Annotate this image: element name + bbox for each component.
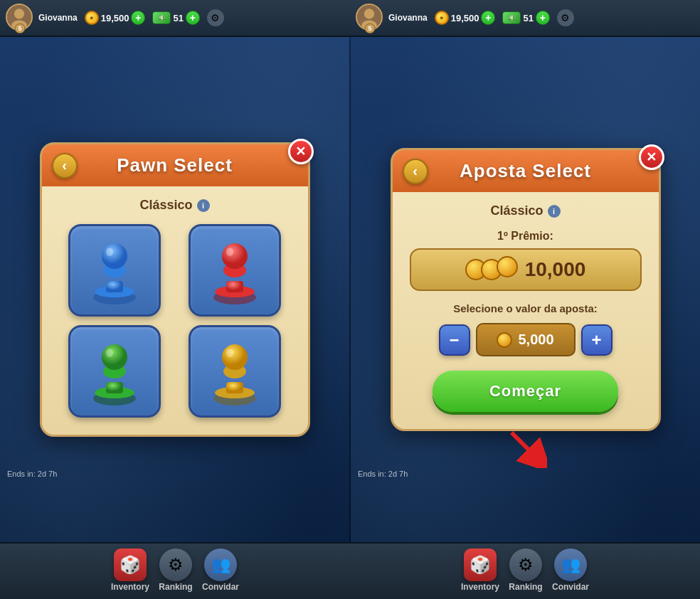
level-badge-left: 5 xyxy=(14,23,25,33)
dice-visual-right: 🎲 xyxy=(464,548,497,581)
left-bottom-bar: 🎲 Inventory ⚙ Ranking 👥 Convidar xyxy=(0,544,350,599)
aposta-info-icon[interactable]: i xyxy=(548,205,561,218)
coin-group-left: ● 19,500 + xyxy=(85,11,146,25)
cash-group-right: 💵 51 + xyxy=(502,11,549,25)
dice-icon-right: 🎲 xyxy=(462,551,498,579)
pawn-select-header: ‹ Pawn Select ✕ xyxy=(42,144,308,186)
convidar-button-left[interactable]: 👥 Convidar xyxy=(202,551,239,592)
convidar-button-right[interactable]: 👥 Convidar xyxy=(552,551,589,592)
gear-visual-left: ⚙ xyxy=(159,548,192,581)
svg-rect-8 xyxy=(106,281,123,292)
ends-badge-left: Ends in: 2d 7h xyxy=(7,470,57,478)
svg-point-22 xyxy=(102,344,127,370)
arrow-indicator xyxy=(504,425,547,471)
svg-rect-26 xyxy=(226,382,243,393)
bet-label: Selecione o valor da aposta: xyxy=(410,302,642,314)
cash-value-left: 51 xyxy=(173,13,183,23)
pawn-select-body: Clássico i xyxy=(42,186,308,435)
prize-box: 10,000 xyxy=(410,248,642,291)
svg-point-23 xyxy=(106,349,113,357)
right-bottom-bar: 🎲 Inventory ⚙ Ranking 👥 Convidar xyxy=(350,544,700,599)
invite-visual-right: 👥 xyxy=(554,548,587,581)
settings-icon-right[interactable]: ⚙ xyxy=(557,9,574,26)
ranking-button-right[interactable]: ⚙ Ranking xyxy=(508,551,543,592)
convidar-label-right: Convidar xyxy=(552,582,589,592)
bet-plus-button[interactable]: + xyxy=(581,324,612,356)
svg-point-17 xyxy=(226,248,233,256)
cash-icon-left: 💵 xyxy=(152,11,171,24)
ranking-label-right: Ranking xyxy=(509,582,542,592)
ranking-label-left: Ranking xyxy=(159,582,192,592)
aposta-close-button[interactable]: ✕ xyxy=(639,144,664,170)
gear-btn-icon-left: ⚙ xyxy=(158,551,193,579)
aposta-section-label: Clássico i xyxy=(410,203,642,218)
gear-btn-icon-right: ⚙ xyxy=(508,551,543,579)
svg-point-28 xyxy=(222,344,248,370)
bet-value-display: 5,000 xyxy=(518,332,553,348)
inventory-label-right: Inventory xyxy=(461,582,499,592)
aposta-select-dialog: ‹ Aposta Select ✕ Clássico i 1º Prêmio: … xyxy=(391,148,661,431)
svg-rect-20 xyxy=(106,382,123,393)
main-content: ‹ Pawn Select ✕ Clássico i xyxy=(0,37,700,542)
pawn-select-title: Pawn Select xyxy=(117,154,233,176)
invite-icon-left: 👥 xyxy=(203,551,238,579)
top-bar: 5 Giovanna ● 19,500 + 💵 51 + ⚙ 5 Gio xyxy=(0,0,700,37)
pawn-icon-red xyxy=(206,235,263,306)
start-button[interactable]: Começar xyxy=(433,371,618,412)
settings-icon-left[interactable]: ⚙ xyxy=(207,9,224,26)
left-top-bar: 5 Giovanna ● 19,500 + 💵 51 + ⚙ xyxy=(0,0,350,37)
pawn-icon-blue xyxy=(86,235,143,306)
pawn-info-icon[interactable]: i xyxy=(197,199,210,212)
bet-coin-icon xyxy=(497,332,512,348)
pawn-select-dialog: ‹ Pawn Select ✕ Clássico i xyxy=(40,142,310,437)
cash-group-left: 💵 51 + xyxy=(152,11,199,25)
add-coins-button-right[interactable]: + xyxy=(481,11,495,25)
svg-point-16 xyxy=(222,243,248,269)
add-cash-button-right[interactable]: + xyxy=(536,11,550,25)
aposta-select-title: Aposta Select xyxy=(460,160,591,181)
svg-point-10 xyxy=(102,243,127,269)
pawn-cell-red[interactable] xyxy=(189,224,281,317)
pawn-back-button[interactable]: ‹ xyxy=(52,153,78,179)
prize-coin-3 xyxy=(497,256,518,277)
pawn-close-button[interactable]: ✕ xyxy=(288,139,314,164)
inventory-button-right[interactable]: 🎲 Inventory xyxy=(461,551,499,592)
inventory-button-left[interactable]: 🎲 Inventory xyxy=(111,551,149,592)
aposta-select-body: Clássico i 1º Prêmio: 10,000 Selecione o… xyxy=(393,192,659,429)
dice-visual-left: 🎲 xyxy=(114,548,147,581)
prize-label: 1º Prêmio: xyxy=(410,230,642,243)
add-cash-button-left[interactable]: + xyxy=(186,11,200,25)
bet-value-box: 5,000 xyxy=(476,323,576,356)
player-name-right: Giovanna xyxy=(388,13,428,23)
red-arrow-icon xyxy=(504,425,547,468)
bottom-bar: 🎲 Inventory ⚙ Ranking 👥 Convidar 🎲 Inven… xyxy=(0,542,700,599)
pawn-section-label: Clássico i xyxy=(59,198,291,213)
bet-minus-button[interactable]: − xyxy=(439,324,470,356)
avatar-left: 5 xyxy=(6,4,34,32)
right-panel: ‹ Aposta Select ✕ Clássico i 1º Prêmio: … xyxy=(351,37,700,542)
pawn-icon-green xyxy=(86,336,143,407)
coin-icon-right: ● xyxy=(435,11,449,25)
pawn-icon-yellow xyxy=(206,336,263,407)
invite-visual-left: 👥 xyxy=(204,548,237,581)
pawn-grid xyxy=(59,224,291,418)
gear-visual-right: ⚙ xyxy=(509,548,542,581)
pawn-cell-green[interactable] xyxy=(68,325,161,418)
right-top-bar: 5 Giovanna ● 19,500 + 💵 51 + ⚙ xyxy=(350,0,700,37)
aposta-back-button[interactable]: ‹ xyxy=(403,159,428,184)
svg-point-11 xyxy=(106,248,113,256)
ranking-button-left[interactable]: ⚙ Ranking xyxy=(158,551,193,592)
ends-badge-right: Ends in: 2d 7h xyxy=(358,470,408,478)
pawn-cell-yellow[interactable] xyxy=(189,325,281,418)
pawn-cell-blue[interactable] xyxy=(68,224,161,317)
inventory-label-left: Inventory xyxy=(111,582,149,592)
prize-coins-icon xyxy=(465,259,518,280)
invite-icon-right: 👥 xyxy=(553,551,588,579)
coin-group-right: ● 19,500 + xyxy=(435,11,496,25)
svg-line-31 xyxy=(511,433,540,461)
coin-value-right: 19,500 xyxy=(451,13,479,23)
bet-row: − 5,000 + xyxy=(410,323,642,356)
add-coins-button-left[interactable]: + xyxy=(131,11,145,25)
aposta-select-header: ‹ Aposta Select ✕ xyxy=(393,150,659,192)
svg-rect-14 xyxy=(226,281,243,292)
